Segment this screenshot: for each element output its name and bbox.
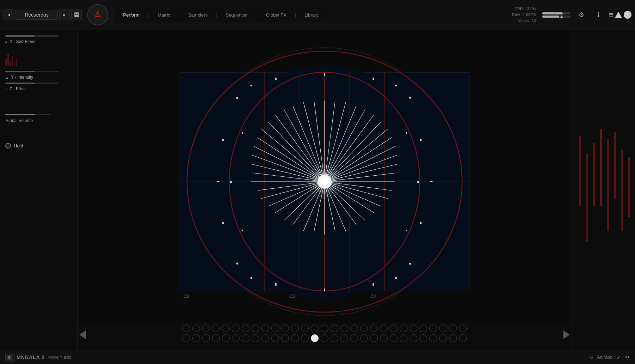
piano-dot-r2-10[interactable] (271, 334, 279, 342)
piano-dot-r2-28[interactable] (449, 334, 457, 342)
piano-row-2 (78, 333, 572, 343)
intensity-slider[interactable] (5, 71, 58, 72)
tab-matrix[interactable]: Matrix (150, 10, 178, 20)
center-visualizer[interactable]: C2 C3 C4 (78, 30, 572, 350)
piano-dot-r2-12[interactable] (291, 334, 299, 342)
piano-dot-r1-27[interactable] (439, 324, 447, 332)
svg-rect-31 (395, 85, 397, 86)
piano-dot-r2-5[interactable] (222, 334, 230, 342)
piano-dot-r2-7[interactable] (242, 334, 249, 342)
piano-dot-r2-8[interactable] (252, 334, 259, 342)
piano-dot-r1-2[interactable] (192, 324, 200, 332)
intensity-label: ▲ Y - Intensity (5, 75, 72, 80)
piano-dot-r1-29[interactable] (459, 324, 467, 332)
piano-dot-r1-1[interactable] (182, 324, 190, 332)
piano-dot-r1-21[interactable] (380, 324, 388, 332)
piano-dot-r2-21[interactable] (380, 334, 388, 342)
piano-dot-r2-26[interactable] (429, 334, 437, 342)
save-button[interactable] (71, 10, 82, 20)
bottom-tool-1[interactable]: ⟋ (616, 354, 622, 360)
seq-blend-slider[interactable] (5, 35, 58, 37)
piano-dot-r1-10[interactable] (271, 324, 279, 332)
piano-dot-r1-17[interactable] (340, 324, 348, 332)
svg-rect-95 (593, 143, 595, 206)
piano-dot-r1-19[interactable] (360, 324, 368, 332)
piano-dot-r1-18[interactable] (350, 324, 358, 332)
piano-dot-r1-20[interactable] (370, 324, 378, 332)
piano-dot-r2-3[interactable] (202, 334, 210, 342)
piano-dot-r1-6[interactable] (232, 324, 240, 332)
piano-dot-r1-15[interactable] (321, 324, 328, 332)
piano-area (78, 322, 572, 350)
piano-dot-r1-3[interactable] (202, 324, 210, 332)
tab-perform[interactable]: Perform (115, 10, 147, 20)
piano-dot-r2-9[interactable] (261, 334, 269, 342)
piano-dot-r2-19[interactable] (360, 334, 368, 342)
sep1: | (147, 12, 150, 18)
piano-scroll-left[interactable] (79, 330, 86, 339)
topbar: ◄ Recuerdos ► Perform | Matrix | Sampler… (0, 0, 635, 30)
ether-slider[interactable] (5, 83, 58, 84)
piano-dot-r1-23[interactable] (400, 324, 407, 332)
piano-dot-r1-22[interactable] (390, 324, 398, 332)
hold-button[interactable] (5, 143, 11, 148)
meter-bar-2 (542, 16, 570, 18)
piano-dot-r1-9[interactable] (261, 324, 269, 332)
piano-dot-r1-8[interactable] (252, 324, 259, 332)
piano-dot-r2-23[interactable] (400, 334, 407, 342)
animod-wave-icon: ∿ (589, 354, 593, 360)
main-content: ≡ X - Seq Blend ▲ Y - Intensity (0, 30, 635, 350)
piano-dot-r2-13[interactable] (301, 334, 309, 342)
tab-samplers[interactable]: Samplers (180, 10, 215, 20)
svg-rect-30 (250, 85, 252, 86)
svg-rect-92 (572, 30, 635, 350)
tab-globalfx[interactable]: Global FX (258, 10, 294, 20)
piano-dot-r2-22[interactable] (390, 334, 398, 342)
piano-dot-r1-4[interactable] (212, 324, 220, 332)
info-button[interactable]: ℹ (592, 9, 604, 21)
piano-dot-r1-28[interactable] (449, 324, 457, 332)
piano-dot-r1-26[interactable] (429, 324, 437, 332)
seq-blend-label: ≡ X - Seq Blend (5, 39, 72, 44)
piano-dot-r2-1[interactable] (182, 334, 190, 342)
piano-dot-r2-18[interactable] (350, 334, 358, 342)
piano-dot-r2-11[interactable] (281, 334, 289, 342)
sep4: | (256, 12, 258, 18)
global-volume-slider[interactable] (5, 114, 51, 115)
piano-dot-r1-7[interactable] (242, 324, 249, 332)
bottom-tool-2[interactable]: ✂ (625, 354, 630, 360)
piano-dot-r2-6[interactable] (232, 334, 240, 342)
piano-dot-r2-20[interactable] (370, 334, 378, 342)
preset-name[interactable]: Recuerdos (16, 10, 58, 20)
piano-dot-r1-24[interactable] (410, 324, 417, 332)
piano-dot-r2-15[interactable] (321, 334, 328, 342)
piano-dot-r1-5[interactable] (222, 324, 230, 332)
bottom-bar: M MNDALA 2 Move Y axis ∿ AniMod ⟋ ✂ (0, 350, 635, 364)
piano-dot-r2-25[interactable] (419, 334, 427, 342)
settings-button[interactable]: ⚙ (575, 9, 587, 21)
svg-text:M: M (8, 356, 10, 359)
piano-dot-r2-2[interactable] (192, 334, 200, 342)
piano-dot-r2-4[interactable] (212, 334, 220, 342)
piano-dot-r1-14[interactable] (311, 324, 319, 332)
piano-dot-r2-17[interactable] (340, 334, 348, 342)
piano-dot-r1-25[interactable] (419, 324, 427, 332)
piano-dot-r1-12[interactable] (291, 324, 299, 332)
next-preset-button[interactable]: ► (59, 10, 70, 20)
tab-library[interactable]: Library (297, 10, 326, 20)
piano-dot-r2-29[interactable] (459, 334, 467, 342)
global-volume-control: Global Volume (5, 114, 72, 123)
piano-dot-r2-24[interactable] (410, 334, 417, 342)
hold-control[interactable]: Hold (5, 143, 72, 148)
piano-dot-r2-27[interactable] (439, 334, 447, 342)
svg-rect-20 (217, 181, 219, 182)
piano-dot-r1-16[interactable] (331, 324, 338, 332)
piano-dot-r1-13[interactable] (301, 324, 309, 332)
piano-dot-r1-11[interactable] (281, 324, 289, 332)
piano-dot-r2-14-active[interactable] (311, 334, 319, 342)
piano-scroll-right[interactable] (563, 330, 570, 339)
svg-rect-1 (75, 13, 78, 14)
piano-dot-r2-16[interactable] (331, 334, 338, 342)
tab-sequencer[interactable]: Sequencer (218, 10, 256, 20)
prev-preset-button[interactable]: ◄ (4, 10, 14, 20)
